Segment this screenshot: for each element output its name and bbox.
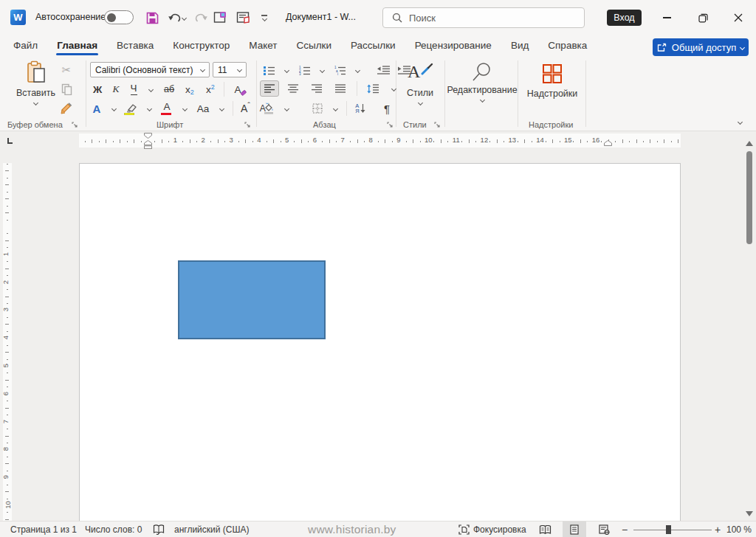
strikethrough-button[interactable]: аб <box>159 81 179 97</box>
font-size-select[interactable]: 11 <box>213 62 247 77</box>
word-count[interactable]: Число слов: 0 <box>85 522 142 537</box>
font-dialog-launcher[interactable] <box>244 119 251 130</box>
tab-home[interactable]: Главная <box>56 37 98 56</box>
scroll-up-arrow[interactable] <box>746 141 753 146</box>
tab-selector-button[interactable] <box>4 135 15 146</box>
tab-design[interactable]: Конструктор <box>172 37 230 56</box>
save-button[interactable] <box>142 9 162 27</box>
pilcrow-button[interactable]: ¶ <box>379 100 395 117</box>
font-color-chevron[interactable] <box>177 100 192 117</box>
subscript-button[interactable]: x2 <box>180 81 199 97</box>
shading-button[interactable] <box>260 100 278 117</box>
focus-mode-button[interactable]: Фокусировка <box>458 522 526 537</box>
page-count[interactable]: Страница 1 из 1 <box>10 522 77 537</box>
tab-mailings[interactable]: Рассылки <box>350 37 396 56</box>
restore-button[interactable] <box>687 0 719 35</box>
text-effects-chevron[interactable] <box>106 100 121 117</box>
bold-button[interactable]: Ж <box>89 81 106 97</box>
scroll-down-arrow[interactable] <box>746 511 753 516</box>
collapse-ribbon-button[interactable] <box>731 114 749 130</box>
tab-layout[interactable]: Макет <box>248 37 278 56</box>
tab-file[interactable]: Файл <box>13 37 38 56</box>
sign-in-button[interactable]: Вход <box>607 10 642 26</box>
page[interactable] <box>79 163 681 521</box>
align-right-button[interactable] <box>307 80 326 97</box>
close-button[interactable] <box>722 0 755 35</box>
italic-button[interactable]: К <box>108 81 124 97</box>
rectangle-shape[interactable] <box>178 260 326 339</box>
underline-button[interactable]: Ч <box>126 81 142 97</box>
change-case-chevron[interactable] <box>214 100 229 117</box>
borders-chevron[interactable] <box>328 100 343 117</box>
zoom-slider-track[interactable] <box>633 530 712 530</box>
scrollbar-thumb[interactable] <box>746 151 752 244</box>
copy-icon <box>61 83 72 95</box>
grow-font-button[interactable]: Aˆ <box>237 100 254 117</box>
align-left-button[interactable] <box>260 80 279 97</box>
highlight-button[interactable] <box>123 100 140 117</box>
paragraph-dialog-launcher[interactable] <box>387 119 394 130</box>
justify-button[interactable] <box>331 80 350 97</box>
share-button[interactable]: Общий доступ <box>653 38 749 56</box>
sort-button[interactable]: АЯ <box>351 100 370 117</box>
highlight-chevron[interactable] <box>142 100 157 117</box>
document-area[interactable] <box>15 150 743 521</box>
numbering-chevron[interactable] <box>315 62 329 78</box>
undo-dropdown-chevron[interactable] <box>181 15 186 20</box>
styles-button[interactable]: A Стили <box>402 62 439 105</box>
tab-help[interactable]: Справка <box>547 37 588 56</box>
addins-button[interactable]: Надстройки <box>524 63 580 99</box>
first-line-indent-marker[interactable] <box>144 133 152 139</box>
search-input[interactable]: Поиск <box>382 7 585 28</box>
text-effects-button[interactable]: A <box>89 100 105 117</box>
decrease-indent-button[interactable] <box>374 62 393 78</box>
numbering-button[interactable]: 1 2 3 <box>295 62 313 78</box>
format-painter-button[interactable] <box>58 100 75 117</box>
underline-chevron[interactable] <box>143 81 158 97</box>
autosave-toggle[interactable] <box>104 10 134 24</box>
superscript-button[interactable]: x2 <box>201 81 220 97</box>
borders-icon <box>312 103 323 114</box>
hanging-indent-marker[interactable] <box>144 140 152 149</box>
font-color-button[interactable]: A <box>158 100 176 117</box>
clipboard-group-label: Буфер обмена <box>7 119 63 130</box>
web-layout-button[interactable] <box>592 522 616 537</box>
tab-view[interactable]: Вид <box>510 37 529 56</box>
font-name-select[interactable]: Calibri (Основной текст) <box>90 62 210 77</box>
right-indent-marker[interactable] <box>604 140 612 146</box>
clear-formatting-button[interactable]: A <box>228 81 247 97</box>
shading-chevron[interactable] <box>279 100 294 117</box>
paste-button[interactable]: Вставить <box>16 60 55 105</box>
multilevel-list-button[interactable]: 1 a i <box>331 62 348 78</box>
vertical-scrollbar[interactable] <box>743 131 756 521</box>
vertical-ruler[interactable]: 12345678910 <box>0 150 15 521</box>
language-status[interactable]: английский (США) <box>174 522 249 537</box>
qat-form-button[interactable] <box>234 9 253 27</box>
editing-button[interactable]: Редактирование <box>449 62 515 102</box>
print-layout-button[interactable] <box>563 522 586 537</box>
qat-addin-button[interactable] <box>210 9 230 27</box>
line-spacing-chevron[interactable] <box>386 80 401 97</box>
align-center-button[interactable] <box>284 80 303 97</box>
zoom-slider-thumb[interactable] <box>666 525 671 534</box>
tab-insert[interactable]: Вставка <box>116 37 154 56</box>
multilevel-chevron[interactable] <box>350 62 365 78</box>
change-case-button[interactable]: Aa <box>193 100 213 117</box>
styles-dialog-launcher[interactable] <box>434 119 441 130</box>
clipboard-dialog-launcher[interactable] <box>72 119 78 130</box>
undo-button[interactable] <box>164 9 189 27</box>
bullets-button[interactable] <box>260 62 278 78</box>
proofing-status[interactable] <box>153 522 165 537</box>
zoom-in-button[interactable]: + <box>715 522 721 537</box>
qat-customize-button[interactable] <box>257 9 272 27</box>
horizontal-ruler[interactable]: 12345678910111213141516 <box>0 131 743 150</box>
line-spacing-button[interactable] <box>364 80 382 97</box>
zoom-level[interactable]: 100 % <box>726 522 752 537</box>
minimize-button[interactable] <box>650 0 683 35</box>
zoom-out-button[interactable]: − <box>622 522 628 537</box>
read-mode-button[interactable] <box>533 522 557 537</box>
bullets-chevron[interactable] <box>279 62 294 78</box>
borders-button[interactable] <box>309 100 326 117</box>
tab-references[interactable]: Ссылки <box>296 37 333 56</box>
tab-review[interactable]: Рецензирование <box>414 37 492 56</box>
